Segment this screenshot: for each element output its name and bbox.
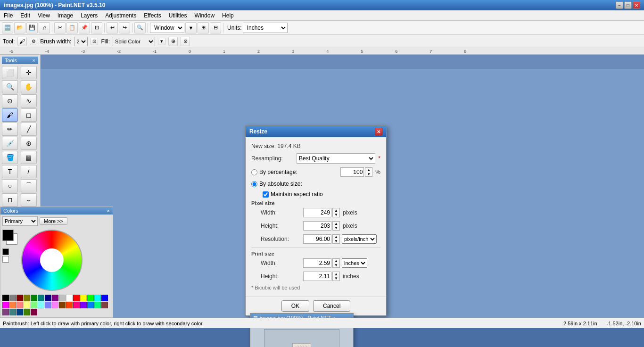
palette-color[interactable] [73,295,80,301]
pixel-width-up[interactable]: ▲ [333,208,339,213]
redo-button[interactable]: ↪ [119,22,130,33]
palette-color[interactable] [9,295,16,301]
alpha-icon[interactable]: ⊗ [181,37,190,46]
color-mode-select[interactable]: Primary Secondary [2,216,38,226]
palette-color[interactable] [9,302,16,308]
menu-edit[interactable]: Edit [17,11,34,20]
maintain-aspect-checkbox[interactable] [263,191,269,198]
resampling-select[interactable]: Best Quality Bilinear Nearest Neighbor [297,153,375,164]
close-button[interactable]: ✕ [633,1,640,9]
palette-color[interactable] [52,295,58,301]
resolution-up[interactable]: ▲ [333,235,339,239]
palette-color[interactable] [2,295,9,301]
minimize-button[interactable]: − [616,1,623,9]
by-absolute-radio[interactable] [251,181,257,187]
cancel-button[interactable]: Cancel [313,300,350,312]
palette-color[interactable] [38,295,44,301]
tool-paintbrush[interactable]: 🖌 [2,108,18,122]
palette-color[interactable] [31,302,37,308]
pixel-width-down[interactable]: ▼ [333,213,339,217]
print-height-input[interactable] [303,272,331,281]
pixel-height-up[interactable]: ▲ [333,222,339,226]
palette-color[interactable] [24,295,30,301]
palette-color[interactable] [94,295,101,301]
palette-color[interactable] [101,302,108,308]
menu-file[interactable]: File [0,11,17,20]
print-width-down[interactable]: ▼ [333,263,339,267]
print-width-up[interactable]: ▲ [333,259,339,263]
brush-width-select[interactable]: 248 [74,37,88,46]
palette-color[interactable] [2,302,9,308]
palette-color[interactable] [66,295,73,301]
palette-color[interactable] [101,295,108,301]
menu-utilities[interactable]: Utilities [165,11,191,20]
pixel-height-down[interactable]: ▼ [333,226,339,230]
tool-colorpicker[interactable]: 💉 [2,137,18,150]
maximize-button[interactable]: □ [624,1,632,9]
save-button[interactable]: 💾 [26,22,38,33]
tool-select-lasso[interactable]: ∿ [21,94,37,107]
cut-button[interactable]: ✂ [54,22,66,33]
palette-color[interactable] [80,295,87,301]
pixel-height-input[interactable] [303,221,331,231]
print-button[interactable]: 🖨 [39,22,50,33]
palette-color[interactable] [24,302,30,308]
menu-window[interactable]: Window [190,11,218,20]
tool-bezier[interactable]: ⌣ [21,193,37,207]
palette-color[interactable] [87,295,94,301]
copy-button[interactable]: 📋 [66,22,78,33]
tool-eraser[interactable]: ◻ [21,108,37,122]
print-width-unit-select[interactable]: inches cm [342,258,367,268]
palette-color[interactable] [52,302,58,308]
white-swatch[interactable] [2,256,9,263]
zoom-dropdown[interactable]: ▼ [185,22,197,33]
tool-freeform[interactable]: ⌒ [21,179,37,192]
primary-color-swatch[interactable] [2,230,14,241]
tool-pencil[interactable]: ✏ [2,123,18,136]
color-wheel[interactable] [21,230,83,291]
tool-line[interactable]: ╱ [21,123,37,136]
tool-select-move[interactable]: ✛ [21,66,37,79]
paintbrush-icon[interactable]: 🖌 [17,37,27,46]
tool-fill[interactable]: 🪣 [2,151,18,164]
grid-button[interactable]: ⊟ [210,22,221,33]
percentage-down[interactable]: ▼ [365,172,372,176]
palette-color[interactable] [31,295,37,301]
palette-color[interactable] [59,302,66,308]
palette-color[interactable] [17,295,23,301]
more-colors-button[interactable]: More >> [40,217,67,225]
black-swatch[interactable] [2,248,9,255]
colors-close-btn[interactable]: × [107,208,110,214]
palette-color[interactable] [66,302,73,308]
palette-color[interactable] [9,309,16,315]
zoom-fit-button[interactable]: ⊞ [198,22,209,33]
units-select[interactable]: Inches Pixels Centimeters [243,23,288,33]
resolution-input[interactable] [303,234,331,244]
fill-settings[interactable]: ▾ [158,38,165,45]
tool-settings-button[interactable]: ⚙ [30,38,37,45]
palette-color[interactable] [45,295,51,301]
menu-view[interactable]: View [34,11,54,20]
blend-mode-icon[interactable]: ⊕ [168,37,178,46]
resolution-down[interactable]: ▼ [333,239,339,243]
palette-color[interactable] [73,302,80,308]
palette-color[interactable] [38,302,44,308]
menu-help[interactable]: Help [218,11,238,20]
print-height-down[interactable]: ▼ [333,276,339,281]
window-select[interactable]: Window [150,23,184,33]
resolution-unit-select[interactable]: pixels/inch pixels/cm [342,234,377,244]
tool-pan[interactable]: ✋ [21,80,37,93]
tools-close-btn[interactable]: × [33,58,35,63]
tool-zoom[interactable]: 🔍 [2,80,18,93]
palette-color[interactable] [59,295,66,301]
menu-layers[interactable]: Layers [77,11,101,20]
palette-color[interactable] [94,302,101,308]
dialog-close-button[interactable]: ✕ [375,128,382,135]
menu-image[interactable]: Image [54,11,77,20]
tool-select-magic[interactable]: ⊙ [2,94,18,107]
palette-color[interactable] [87,302,94,308]
print-width-input[interactable] [303,258,331,268]
palette-color[interactable] [45,302,51,308]
palette-color[interactable] [24,309,30,315]
undo-button[interactable]: ↩ [107,22,118,33]
